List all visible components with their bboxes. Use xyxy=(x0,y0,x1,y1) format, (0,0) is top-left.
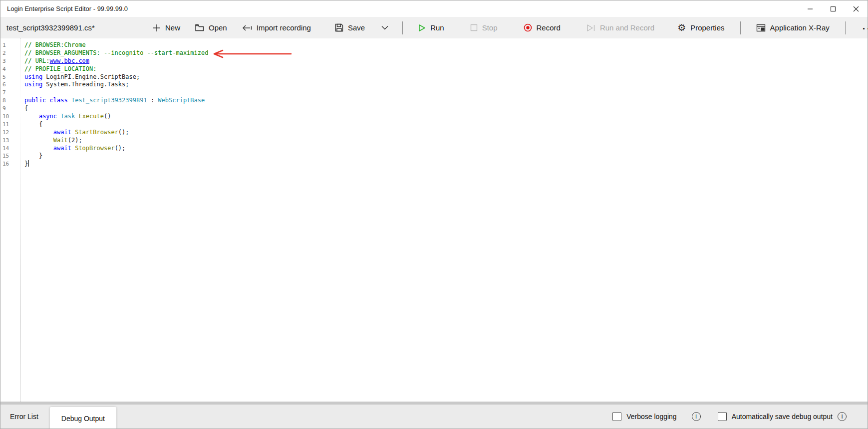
code-line-13: Wait(2); xyxy=(24,137,868,145)
open-button[interactable]: Open xyxy=(188,17,235,38)
folder-icon xyxy=(195,24,204,31)
code-content[interactable]: // BROWSER:Chrome// BROWSER_ARGUMENTS: -… xyxy=(20,38,868,402)
code-line-2: // BROWSER_ARGUMENTS: --incognito --star… xyxy=(24,49,868,57)
autosave-debug-info-icon[interactable]: i xyxy=(838,412,847,421)
line-number: 13 xyxy=(0,137,20,145)
code-line-9: { xyxy=(24,105,868,113)
line-number: 3 xyxy=(0,57,20,65)
code-line-10: async Task Execute() xyxy=(24,113,868,121)
save-button-label: Save xyxy=(348,23,365,32)
import-recording-label: Import recording xyxy=(257,23,311,32)
gear-icon: ⚙ xyxy=(677,23,686,32)
application-xray-label: Application X-Ray xyxy=(770,23,830,32)
minimize-button[interactable] xyxy=(799,0,822,17)
toolbar-divider xyxy=(845,21,846,34)
bottom-panel-bar: Error List Debug Output Verbose logging … xyxy=(0,405,868,429)
window-title: Login Enterprise Script Editor - 99.99.9… xyxy=(0,5,799,12)
title-bar: Login Enterprise Script Editor - 99.99.9… xyxy=(0,0,868,17)
line-number: 5 xyxy=(0,73,20,81)
code-line-15: } xyxy=(24,152,868,160)
stop-button-label: Stop xyxy=(482,23,498,32)
maximize-button[interactable] xyxy=(822,0,845,17)
open-file-name: test_script3932399891.cs* xyxy=(0,23,145,32)
import-arrow-icon xyxy=(242,24,252,31)
more-options-button[interactable]: ... xyxy=(854,20,868,35)
save-dropdown-button[interactable] xyxy=(375,17,394,38)
code-line-14: await StopBrowser(); xyxy=(24,145,868,153)
tab-debug-output[interactable]: Debug Output xyxy=(50,407,116,429)
code-line-16: } xyxy=(24,160,868,168)
window-controls xyxy=(799,0,868,17)
properties-button[interactable]: ⚙ Properties xyxy=(670,17,732,38)
import-recording-button[interactable]: Import recording xyxy=(235,17,318,38)
line-number: 2 xyxy=(0,49,20,57)
code-line-11: { xyxy=(24,121,868,129)
text-cursor xyxy=(28,160,29,167)
stop-square-icon xyxy=(470,24,478,31)
line-number: 8 xyxy=(0,97,20,105)
close-icon xyxy=(853,6,859,12)
tab-error-list[interactable]: Error List xyxy=(1,405,47,429)
chevron-down-icon xyxy=(381,25,388,30)
line-number: 7 xyxy=(0,89,20,97)
code-line-8: public class Test_script3932399891 : Web… xyxy=(24,97,868,105)
line-number: 11 xyxy=(0,121,20,129)
close-button[interactable] xyxy=(845,0,868,17)
verbose-logging-label: Verbose logging xyxy=(626,413,676,421)
run-play-icon xyxy=(418,24,426,32)
toolbar-divider xyxy=(402,21,403,34)
line-number: 6 xyxy=(0,81,20,89)
record-button[interactable]: Record xyxy=(516,17,568,38)
record-button-label: Record xyxy=(537,23,561,32)
run-button-label: Run xyxy=(430,23,444,32)
autosave-debug-group: Automatically save debug output i xyxy=(718,412,847,421)
verbose-logging-info-icon[interactable]: i xyxy=(692,412,701,421)
line-number: 1 xyxy=(0,41,20,49)
record-icon xyxy=(524,23,532,32)
new-button-label: New xyxy=(165,23,180,32)
properties-button-label: Properties xyxy=(690,23,724,32)
open-button-label: Open xyxy=(209,23,227,32)
code-editor[interactable]: 12345678910111213141516 // BROWSER:Chrom… xyxy=(0,38,868,402)
run-button[interactable]: Run xyxy=(411,17,452,38)
code-line-1: // BROWSER:Chrome xyxy=(24,41,868,49)
verbose-logging-checkbox[interactable] xyxy=(612,412,621,421)
verbose-logging-group: Verbose logging i xyxy=(612,412,700,421)
run-and-record-icon xyxy=(586,24,595,32)
application-xray-button[interactable]: Application X-Ray xyxy=(749,17,837,38)
line-number-gutter: 12345678910111213141516 xyxy=(0,38,20,402)
run-and-record-button[interactable]: Run and Record xyxy=(579,17,662,38)
line-number: 9 xyxy=(0,105,20,113)
minimize-icon xyxy=(807,6,813,12)
stop-button[interactable]: Stop xyxy=(463,17,505,38)
code-line-6: using System.Threading.Tasks; xyxy=(24,81,868,89)
save-button[interactable]: Save xyxy=(327,17,372,38)
line-number: 15 xyxy=(0,152,20,160)
line-number: 4 xyxy=(0,65,20,73)
toolbar-divider xyxy=(740,21,741,34)
app-window: Login Enterprise Script Editor - 99.99.9… xyxy=(0,0,868,429)
debug-options: Verbose logging i Automatically save deb… xyxy=(612,412,868,421)
run-and-record-label: Run and Record xyxy=(600,23,654,32)
maximize-icon xyxy=(830,6,836,12)
autosave-debug-label: Automatically save debug output xyxy=(732,413,833,421)
toolbar: test_script3932399891.cs* New Open Impor… xyxy=(0,17,868,38)
line-number: 16 xyxy=(0,160,20,168)
plus-icon xyxy=(153,24,161,32)
code-line-12: await StartBrowser(); xyxy=(24,129,868,137)
line-number: 12 xyxy=(0,129,20,137)
line-number: 10 xyxy=(0,113,20,121)
line-number: 14 xyxy=(0,145,20,153)
new-button[interactable]: New xyxy=(145,17,188,38)
autosave-debug-checkbox[interactable] xyxy=(718,412,727,421)
code-line-7 xyxy=(24,89,868,97)
code-line-4: // PROFILE_LOCATION: xyxy=(24,65,868,73)
save-floppy-icon xyxy=(335,23,343,32)
code-line-3: // URL:www.bbc.com xyxy=(24,57,868,65)
code-line-5: using LoginPI.Engine.ScriptBase; xyxy=(24,73,868,81)
application-xray-icon xyxy=(756,24,766,32)
